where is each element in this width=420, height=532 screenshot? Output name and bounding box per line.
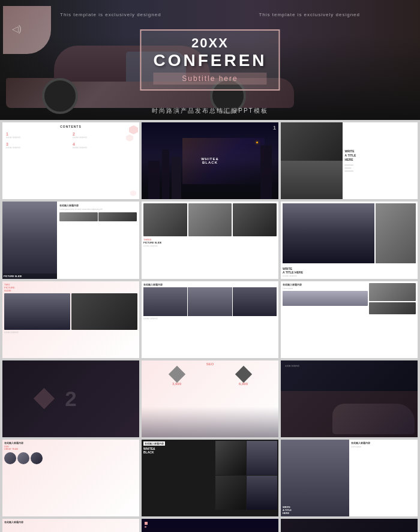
slide-write-title-2[interactable]: WRITEA TITLE HERE 在此输入标题内容: [281, 202, 418, 278]
wb-title-desc: 在此输入标题内容: [143, 441, 165, 446]
slide-contents[interactable]: CONTENTS 1 在此输入标题内容 2 在此输入标题内容 3 在此输入标题内…: [2, 122, 139, 199]
slide-wb-title[interactable]: 在此输入标题内容 WHITE&BLACK: [142, 440, 278, 516]
seo-label: SEO: [143, 362, 277, 366]
hero-slide: This template is exclusively designed Th…: [0, 0, 420, 120]
hero-small-text-right: This template is exclusively designed: [259, 12, 360, 17]
slide-input-title-1[interactable]: 在此输入标题内容 在此输入标题内容: [142, 281, 278, 358]
picture-slide-title: 在此输入标题内容: [59, 204, 137, 207]
write-title-3: WRITEA TITLEHERE: [283, 506, 292, 515]
write-title-desc-2: 在此输入标题内容: [283, 275, 416, 277]
slide-car-dark[interactable]: 在此输入标题内容: [281, 360, 418, 437]
hero-year: 20XX: [153, 35, 266, 51]
slide-grid: CONTENTS 1 在此输入标题内容 2 在此输入标题内容 3 在此输入标题内…: [0, 120, 420, 532]
slide-write-title-3[interactable]: WRITEA TITLEHERE 在此输入标题内容 Lorem ipsum: [281, 440, 418, 516]
three-picture-desc: 在此输入标题内容: [143, 245, 277, 247]
write-title-1: WRITEA TITLEHERE: [345, 149, 415, 162]
slide-flowers[interactable]: 在此输入标题内容: [2, 519, 139, 532]
slide-section-2[interactable]: 2: [2, 360, 139, 437]
write-title-2: WRITEA TITLE HERE: [283, 267, 416, 274]
input-title-1: 在此输入标题内容: [143, 283, 277, 286]
slide-write-title-1[interactable]: WRITEA TITLEHERE ■■■■■■■■ ■■■■■■ ■■■■■■■…: [281, 122, 418, 199]
write-title-3-desc: 在此输入标题内容: [351, 441, 416, 444]
hero-title-box: 20XX CONFEREN Subtitle here: [140, 29, 280, 91]
our-team-title: 在此输入标题内容: [4, 441, 137, 444]
slide-a-title[interactable]: ATITLE: [142, 519, 278, 532]
slide-picture-1[interactable]: PICTURE SLIDE 在此输入标题内容 Lorem ipsum dolor…: [2, 202, 139, 278]
picture-slide-label: PICTURE SLIDE: [4, 275, 56, 278]
contents-title: CONTENTS: [5, 125, 137, 128]
slide-three-picture[interactable]: THREE PICTURE SLIDE 在此输入标题内容: [142, 202, 278, 278]
slide-our-team[interactable]: 在此输入标题内容 OURGREAT TEAM: [2, 440, 139, 516]
two-picture-desc: 在此输入标题内容: [4, 331, 137, 333]
hero-subtitle: Subtitle here: [153, 73, 266, 85]
hero-conference: CONFEREN: [153, 51, 266, 70]
slide-section-3[interactable]: 3: [281, 519, 418, 532]
three-picture-sublabel: PICTURE SLIDE: [143, 241, 277, 244]
wb-label2: BLACK: [201, 161, 219, 164]
car-desc: 在此输入标题内容: [285, 365, 299, 367]
hero-bottom-text: 时尚路演产品发布总结汇报PPT模板: [152, 107, 268, 115]
hero-small-text-left: This template is exclusively designed: [60, 12, 161, 17]
hero-volume-icon: ◁): [12, 24, 22, 34]
two-picture-label: TWOPICTURESLIDE: [4, 283, 137, 292]
flowers-title: 在此输入标题内容: [4, 521, 137, 524]
slide-seo[interactable]: SEO 3,999 6,999: [142, 360, 278, 437]
slide-num-1: 1: [273, 125, 276, 131]
input-title-2: 在此输入标题内容: [283, 283, 368, 286]
hero-overlay: 20XX CONFEREN Subtitle here: [140, 29, 280, 91]
slide-white-black[interactable]: WHITE& BLACK 1: [142, 122, 278, 199]
our-team-sub: OURGREAT TEAM: [4, 446, 137, 450]
section-2-num: 2: [65, 387, 76, 411]
slide-two-picture[interactable]: TWOPICTURESLIDE 在此输入标题内容: [2, 281, 139, 358]
slide-input-title-2[interactable]: 在此输入标题内容 Lorem ipsum: [281, 281, 418, 358]
